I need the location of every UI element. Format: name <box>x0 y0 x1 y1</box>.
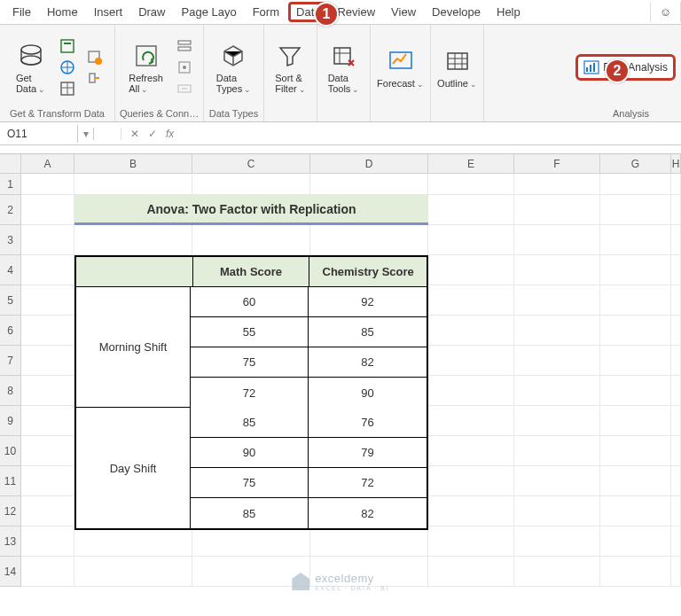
svg-rect-18 <box>586 67 588 72</box>
table-cell: 75 <box>191 347 309 378</box>
existing-connections-icon[interactable] <box>85 69 103 87</box>
col-header-f[interactable]: F <box>514 154 600 174</box>
tab-developer[interactable]: Develope <box>425 2 488 22</box>
from-text-icon[interactable] <box>59 37 76 55</box>
watermark: exceldemy EXCEL · DATA · BI <box>292 572 389 591</box>
row-header-6[interactable]: 6 <box>0 316 21 346</box>
forecast-label: Forecast <box>377 78 424 89</box>
svg-rect-3 <box>64 43 71 44</box>
table-cell: 85 <box>191 408 309 438</box>
ribbon: GetData Get & Transform Data RefreshAll <box>0 25 681 122</box>
svg-rect-16 <box>448 53 467 69</box>
tab-formulas[interactable]: Form <box>246 2 286 22</box>
table-header-empty <box>76 257 193 287</box>
col-header-d[interactable]: D <box>310 154 428 174</box>
table-cell: 85 <box>309 317 427 347</box>
watermark-logo-icon <box>292 573 309 590</box>
name-box-dropdown-icon[interactable]: ▾ <box>78 128 94 140</box>
group-label-tools <box>342 106 345 121</box>
svg-rect-9 <box>178 41 191 44</box>
from-table-icon[interactable] <box>59 80 76 97</box>
group-label-outline <box>456 106 458 121</box>
callout-1: 1 <box>314 2 339 27</box>
tab-draw[interactable]: Draw <box>131 2 172 22</box>
row-header-8[interactable]: 8 <box>0 376 21 406</box>
forecast-icon <box>386 46 416 76</box>
svg-rect-2 <box>61 40 74 52</box>
row-header-14[interactable]: 14 <box>0 557 21 587</box>
tab-page-layout[interactable]: Page Layo <box>175 2 244 22</box>
forecast-button[interactable]: Forecast <box>373 44 427 90</box>
row-header-1[interactable]: 1 <box>0 174 21 195</box>
col-header-c[interactable]: C <box>192 154 310 174</box>
col-header-h[interactable]: H <box>671 154 681 174</box>
group-label-get-transform: Get & Transform Data <box>10 106 105 121</box>
row-header-5[interactable]: 5 <box>0 285 21 316</box>
get-data-icon <box>16 41 46 71</box>
properties-icon[interactable] <box>176 58 193 76</box>
table-header-math: Math Score <box>193 257 310 287</box>
col-header-g[interactable]: G <box>600 154 671 174</box>
table-cell: 85 <box>191 498 309 528</box>
cancel-icon[interactable]: ✕ <box>130 128 139 140</box>
group-label-analysis: Analysis <box>613 106 676 121</box>
data-tools-button[interactable]: DataTools <box>325 39 364 96</box>
table-header-chem: Chemistry Score <box>309 257 427 287</box>
fx-icon[interactable]: fx <box>166 128 174 140</box>
table-cell: 76 <box>309 408 427 438</box>
table-cell: 90 <box>191 438 309 468</box>
table-cell: 75 <box>191 468 309 498</box>
tab-file[interactable]: File <box>5 2 38 22</box>
svg-rect-14 <box>334 48 350 64</box>
row-header-9[interactable]: 9 <box>0 406 21 436</box>
feedback-smile-icon[interactable]: ☺ <box>650 2 681 22</box>
callout-2: 2 <box>605 58 630 83</box>
tab-view[interactable]: View <box>384 2 423 22</box>
col-header-e[interactable]: E <box>428 154 514 174</box>
row-header-7[interactable]: 7 <box>0 346 21 376</box>
tab-home[interactable]: Home <box>40 2 85 22</box>
table-cell: 60 <box>191 287 309 317</box>
table-cell: 72 <box>191 378 309 408</box>
row-header-3[interactable]: 3 <box>0 225 21 255</box>
tab-help[interactable]: Help <box>489 2 528 22</box>
get-data-label: GetData <box>16 73 45 94</box>
row-header-11[interactable]: 11 <box>0 466 21 496</box>
svg-point-0 <box>21 45 41 54</box>
recent-sources-icon[interactable] <box>85 48 103 66</box>
row-header-4[interactable]: 4 <box>0 255 21 285</box>
svg-rect-20 <box>593 63 595 72</box>
shift-day: Day Shift <box>76 408 191 528</box>
enter-icon[interactable]: ✓ <box>148 128 157 140</box>
spreadsheet-grid[interactable]: A B C D E F G H 1 2 3 4 5 6 7 8 9 10 11 … <box>0 154 681 587</box>
col-header-b[interactable]: B <box>74 154 192 174</box>
watermark-brand: exceldemy <box>315 572 374 585</box>
row-header-10[interactable]: 10 <box>0 436 21 466</box>
svg-rect-19 <box>590 65 591 72</box>
data-tools-icon <box>329 41 359 71</box>
menu-bar: File Home Insert Draw Page Layo Form Dat… <box>0 0 681 25</box>
data-tools-label: DataTools <box>328 73 360 94</box>
sort-filter-label: Sort &Filter <box>275 73 305 94</box>
sort-filter-button[interactable]: Sort &Filter <box>271 39 309 96</box>
table-cell: 82 <box>309 498 427 528</box>
refresh-icon <box>131 41 161 71</box>
data-types-button[interactable]: DataTypes <box>213 39 254 96</box>
outline-button[interactable]: Outline <box>434 44 481 90</box>
edit-links-icon[interactable] <box>176 80 193 97</box>
row-header-2[interactable]: 2 <box>0 195 21 225</box>
group-label-data-types: Data Types <box>209 106 258 121</box>
outline-label: Outline <box>437 78 477 89</box>
row-header-13[interactable]: 13 <box>0 526 21 557</box>
svg-point-1 <box>21 56 41 65</box>
select-all-corner[interactable] <box>0 154 21 174</box>
from-web-icon[interactable] <box>59 58 76 76</box>
refresh-all-button[interactable]: RefreshAll <box>125 39 167 96</box>
get-data-button[interactable]: GetData <box>12 39 50 96</box>
queries-connections-icon[interactable] <box>176 37 193 55</box>
tab-insert[interactable]: Insert <box>87 2 130 22</box>
row-header-12[interactable]: 12 <box>0 496 21 526</box>
col-header-a[interactable]: A <box>21 154 74 174</box>
name-box[interactable]: O11 <box>0 125 78 143</box>
table-cell: 79 <box>309 438 427 468</box>
